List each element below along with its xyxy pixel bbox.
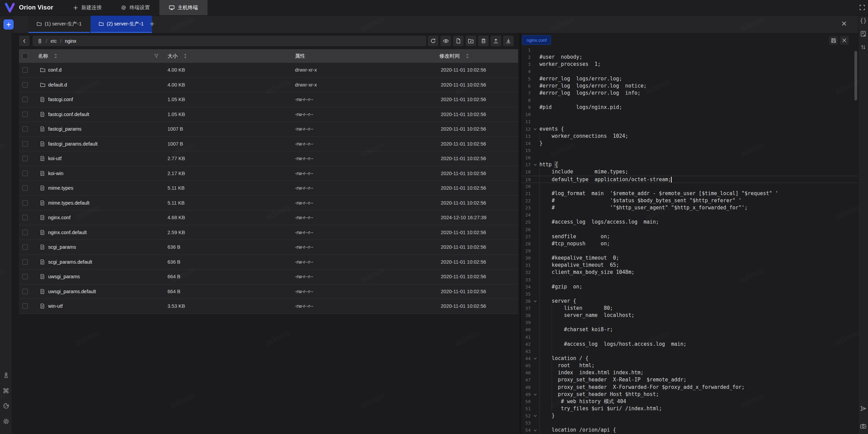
fold-chevron-icon[interactable] <box>532 355 538 362</box>
table-row[interactable]: fastcgi_params1007 B-rw-r--r--2020-11-01… <box>19 122 518 137</box>
code-line[interactable]: 35 <box>521 290 858 298</box>
row-checkbox[interactable] <box>22 67 28 73</box>
menu-item-host-terminal[interactable]: 主机终端 <box>159 0 208 15</box>
code-line[interactable]: 29 <box>521 247 858 254</box>
code-line[interactable]: 20 <box>521 183 858 190</box>
table-row[interactable]: uwsgi_params.default664 B-rw-r--r--2020-… <box>19 284 518 299</box>
user-icon[interactable] <box>3 372 9 379</box>
code-line[interactable]: 44 location / { <box>521 355 858 362</box>
row-checkbox[interactable] <box>22 274 28 279</box>
code-line[interactable]: 21 #log_format main '$remote_addr - $rem… <box>521 190 858 197</box>
code-line[interactable]: 54 location /orion/api { <box>521 427 858 434</box>
code-line[interactable]: 14} <box>521 140 858 147</box>
code-line[interactable]: 42 #access_log logs/host.access.log main… <box>521 341 858 348</box>
code-line[interactable]: 53 <box>521 419 858 427</box>
delete-trash-icon[interactable] <box>478 36 489 46</box>
file-name[interactable]: mime.types <box>48 185 73 191</box>
close-panel-icon[interactable] <box>840 19 848 28</box>
preview-eye-icon[interactable] <box>440 36 451 46</box>
code-line[interactable]: 43 <box>521 348 858 355</box>
table-row[interactable]: koi-win2.17 KB-rw-r--r--2020-11-01 10:02… <box>19 166 518 181</box>
row-checkbox[interactable] <box>22 215 28 220</box>
camera-icon[interactable] <box>860 423 867 430</box>
row-checkbox[interactable] <box>22 82 28 88</box>
file-name[interactable]: nginx.conf <box>48 215 71 220</box>
code-line[interactable]: 52 } <box>521 412 858 419</box>
file-name[interactable]: mime.types.default <box>48 200 90 206</box>
table-row[interactable]: koi-utf2.77 KB-rw-r--r--2020-11-01 10:02… <box>19 151 518 166</box>
file-name[interactable]: default.d <box>48 82 67 88</box>
code-line[interactable]: 17http { <box>521 161 858 168</box>
row-checkbox[interactable] <box>22 259 28 265</box>
filter-icon[interactable] <box>154 54 159 58</box>
sort-mtime-icon[interactable] <box>466 54 469 59</box>
code-line[interactable]: 4 <box>521 68 858 75</box>
settings-gear-icon[interactable] <box>3 418 9 425</box>
code-line[interactable]: 25 #access_log logs/access.log main; <box>521 219 858 226</box>
save-icon[interactable] <box>829 36 838 45</box>
tab-server-2[interactable]: (2) server-生产-1 <box>91 16 152 33</box>
code-line[interactable]: 36 server { <box>521 298 858 305</box>
code-line[interactable]: 22 # '$status $body_bytes_sent "$http_re… <box>521 197 858 204</box>
code-line[interactable]: 46 index index.html index.htm; <box>521 369 858 376</box>
code-line[interactable]: 45 root html; <box>521 362 858 369</box>
code-line[interactable]: 50 # web history 模式 404 <box>521 398 858 405</box>
code-line[interactable]: 12events { <box>521 126 858 133</box>
file-name[interactable]: fastcgi.conf.default <box>48 112 89 117</box>
code-line[interactable]: 16 <box>521 154 858 161</box>
editor-scrollbar-thumb[interactable] <box>854 51 857 100</box>
new-connection-button[interactable] <box>3 19 14 30</box>
row-checkbox[interactable] <box>22 171 28 176</box>
table-row[interactable]: uwsgi_params664 B-rw-r--r--2020-11-01 10… <box>19 269 518 284</box>
table-row[interactable]: fastcgi.conf.default1.05 KB-rw-r--r--202… <box>19 107 518 122</box>
code-line[interactable]: 49 proxy_set_header Host $http_host; <box>521 391 858 398</box>
code-line[interactable]: 26 <box>521 226 858 233</box>
new-tab-icon[interactable] <box>149 21 155 27</box>
code-line[interactable]: 10 <box>521 111 858 118</box>
file-name[interactable]: scgi_params <box>48 244 76 250</box>
code-line[interactable]: 13 worker_connections 1024; <box>521 133 858 140</box>
file-name[interactable]: win-utf <box>48 303 63 309</box>
code-line[interactable]: 11 <box>521 118 858 125</box>
row-checkbox[interactable] <box>22 112 28 117</box>
column-mtime[interactable]: 修改时间 <box>439 53 460 59</box>
code-line[interactable]: 3worker_processes 1; <box>521 61 858 68</box>
row-checkbox[interactable] <box>22 244 28 250</box>
file-name[interactable]: fastcgi_params <box>48 126 81 132</box>
table-row[interactable]: scgi_params636 B-rw-r--r--2020-11-01 10:… <box>19 240 518 255</box>
code-line[interactable]: 41 <box>521 334 858 341</box>
code-line[interactable]: 40 #charset koi8-r; <box>521 326 858 333</box>
code-line[interactable]: 24 <box>521 211 858 219</box>
refresh-icon[interactable] <box>428 36 438 46</box>
file-name[interactable]: fastcgi_params.default <box>48 141 98 147</box>
fullscreen-icon[interactable] <box>859 4 865 11</box>
file-name[interactable]: koi-win <box>48 171 63 176</box>
fold-chevron-icon[interactable] <box>532 298 538 305</box>
close-editor-icon[interactable] <box>840 36 849 45</box>
code-line[interactable]: 47 proxy_set_header X-Real-IP $remote_ad… <box>521 376 858 383</box>
send-plane-icon[interactable] <box>860 405 867 412</box>
row-checkbox[interactable] <box>22 303 28 309</box>
transfer-updown-icon[interactable] <box>860 44 866 50</box>
file-name[interactable]: koi-utf <box>48 156 62 161</box>
column-attr[interactable]: 属性 <box>295 53 305 59</box>
row-checkbox[interactable] <box>22 156 28 161</box>
back-button[interactable] <box>19 36 29 46</box>
breadcrumb[interactable]: / etc / nginx <box>33 36 426 46</box>
code-line[interactable]: 9#pid logs/nginx.pid; <box>521 104 858 111</box>
sort-name-icon[interactable] <box>54 54 57 59</box>
code-line[interactable]: 6#error_log logs/error.log notice; <box>521 82 858 90</box>
row-checkbox[interactable] <box>22 230 28 235</box>
table-row[interactable]: mime.types.default5.11 KB-rw-r--r--2020-… <box>19 196 518 211</box>
new-folder-icon[interactable] <box>466 36 476 46</box>
code-line[interactable]: 51 try_files $uri $uri/ /index.html; <box>521 405 858 412</box>
code-line[interactable]: 37 listen 80; <box>521 305 858 312</box>
file-name[interactable]: uwsgi_params.default <box>48 289 96 294</box>
code-line[interactable]: 30 #keepalive_timeout 0; <box>521 254 858 262</box>
upload-icon[interactable] <box>491 36 501 46</box>
code-line[interactable]: 38 server_name localhost; <box>521 312 858 319</box>
code-line[interactable]: 1 <box>521 46 858 54</box>
row-checkbox[interactable] <box>22 126 28 132</box>
fold-chevron-icon[interactable] <box>532 126 538 133</box>
code-line[interactable]: 19 default_type application/octet-stream… <box>521 176 858 183</box>
